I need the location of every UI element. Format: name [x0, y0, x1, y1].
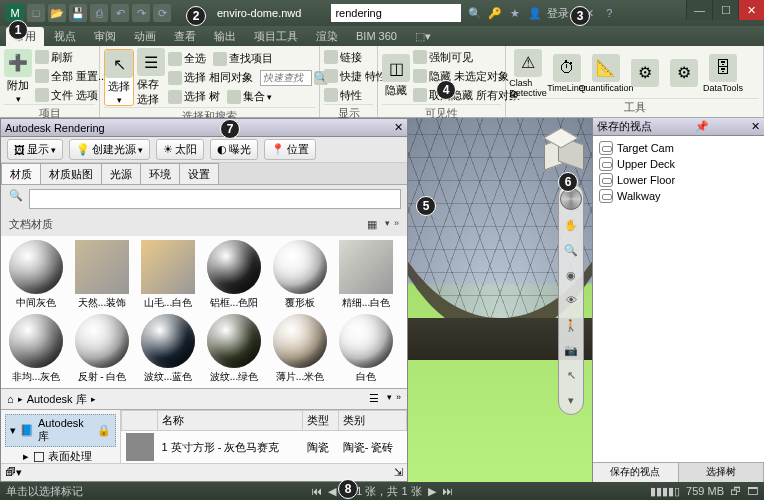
lib-tree-node[interactable]: ▸🞎表面处理	[5, 447, 116, 463]
material-item[interactable]: 白色	[335, 314, 397, 384]
minimize-button[interactable]: —	[686, 0, 712, 20]
key-icon[interactable]: 🔑	[487, 5, 503, 21]
manage-icon[interactable]: 🗊▾	[5, 466, 22, 479]
close-button[interactable]: ✕	[738, 0, 764, 20]
render-tool-3[interactable]: ◐曝光	[210, 139, 258, 160]
saved-view-item[interactable]: Lower Floor	[597, 172, 760, 188]
material-item[interactable]: 非均...灰色	[5, 314, 67, 384]
render-panel-header[interactable]: Autodesk Rendering ✕	[1, 119, 407, 137]
pan-icon[interactable]: ✋	[561, 215, 581, 235]
last-page-icon[interactable]: ⏭	[442, 485, 453, 497]
orbit-icon[interactable]: ◉	[561, 265, 581, 285]
search-icon[interactable]: 🔍	[467, 5, 483, 21]
saved-view-item[interactable]: Target Cam	[597, 140, 760, 156]
help-icon[interactable]: ?	[601, 5, 617, 21]
render-tool-2[interactable]: ☀太阳	[156, 139, 204, 160]
select-all-icon[interactable]	[168, 52, 182, 66]
select-button[interactable]: ↖选择▾	[104, 49, 134, 106]
material-item[interactable]: 铝框...色阳	[203, 240, 265, 310]
refresh-button[interactable]: 刷新	[35, 48, 107, 66]
hide-button[interactable]: ◫隐藏	[382, 54, 410, 98]
panel-close-icon[interactable]: ✕	[751, 120, 760, 133]
require-button[interactable]: 强制可见	[413, 48, 520, 66]
col-name[interactable]: 名称	[158, 411, 303, 431]
undo-icon[interactable]: ↶	[111, 4, 129, 22]
view-menu-icon[interactable]: ▾	[385, 218, 390, 232]
tab-saved-views[interactable]: 保存的视点	[593, 463, 679, 482]
list-view-icon[interactable]: ☰	[369, 392, 383, 406]
refresh-icon[interactable]: ⟳	[153, 4, 171, 22]
select-same-icon[interactable]	[168, 71, 182, 85]
save-icon[interactable]: 💾	[69, 4, 87, 22]
selection-tree-icon[interactable]	[168, 90, 182, 104]
more-icon[interactable]: ▾	[561, 390, 581, 410]
tool-button[interactable]: 📐Quantification	[588, 54, 624, 93]
material-item[interactable]: 波纹...绿色	[203, 314, 265, 384]
menu-tab[interactable]: 动画	[126, 27, 164, 46]
col-category[interactable]: 类别	[339, 411, 407, 431]
camera-icon[interactable]: 📷	[561, 340, 581, 360]
material-item[interactable]: 天然...装饰	[71, 240, 133, 310]
material-item[interactable]: 薄片...米色	[269, 314, 331, 384]
render-tool-4[interactable]: 📍位置	[264, 139, 316, 160]
select-icon[interactable]: ↖	[561, 365, 581, 385]
crumb-item[interactable]: Autodesk 库	[27, 392, 87, 407]
status-icon[interactable]: 🗗	[730, 485, 741, 497]
next-page-icon[interactable]: ▶	[428, 485, 436, 498]
tool-button[interactable]: ⚙	[627, 59, 663, 88]
col-type[interactable]: 类型	[303, 411, 339, 431]
menu-tab[interactable]: 视点	[46, 27, 84, 46]
star-icon[interactable]: ★	[507, 5, 523, 21]
prev-page-icon[interactable]: ◀	[328, 485, 336, 498]
menu-tab[interactable]: 项目工具	[246, 27, 306, 46]
material-item[interactable]: 覆形板	[269, 240, 331, 310]
find-items-icon[interactable]	[213, 52, 227, 66]
render-tab[interactable]: 光源	[101, 163, 141, 184]
pin-icon[interactable]: 📌	[695, 120, 709, 133]
file-options-button[interactable]: 文件 选项	[35, 86, 107, 104]
zoom-icon[interactable]: 🔍	[561, 240, 581, 260]
search-icon[interactable]: 🔍	[7, 189, 25, 209]
view-cube[interactable]	[544, 132, 584, 172]
tab-selection-tree[interactable]: 选择树	[679, 463, 765, 482]
walk-icon[interactable]: 🚶	[561, 315, 581, 335]
maximize-button[interactable]: ☐	[712, 0, 738, 20]
material-item[interactable]: 山毛...白色	[137, 240, 199, 310]
menu-tab[interactable]: 审阅	[86, 27, 124, 46]
unhide-all-button[interactable]: 取消隐藏 所有对象	[413, 86, 520, 104]
attach-button[interactable]: ➕附加▾	[4, 49, 32, 104]
lib-root-node[interactable]: ▾📘Autodesk 库🔒	[5, 414, 116, 447]
render-tab[interactable]: 设置	[179, 163, 219, 184]
render-tool-1[interactable]: 💡创建光源▾	[69, 139, 150, 160]
render-tool-0[interactable]: 🖼显示▾	[7, 139, 63, 160]
redo-icon[interactable]: ↷	[132, 4, 150, 22]
tool-button[interactable]: ⚠Clash Detective	[510, 49, 546, 98]
render-tab[interactable]: 材质	[1, 163, 41, 184]
panel-expand-icon[interactable]: ⇲	[394, 466, 403, 479]
save-selection-button[interactable]: ☰保存选择	[137, 48, 165, 107]
print-icon[interactable]: ⎙	[90, 4, 108, 22]
open-icon[interactable]: 📂	[48, 4, 66, 22]
status-icon[interactable]: 🗖	[747, 485, 758, 497]
quick-find-input[interactable]	[260, 70, 312, 86]
tool-button[interactable]: 🗄DataTools	[705, 54, 741, 93]
expand-icon[interactable]: »	[396, 392, 401, 406]
material-item[interactable]: 精细...白色	[335, 240, 397, 310]
saved-view-item[interactable]: Upper Deck	[597, 156, 760, 172]
login-link[interactable]: 登录	[547, 6, 569, 21]
hide-unselected-button[interactable]: 隐藏 未选定对象	[413, 67, 520, 85]
new-icon[interactable]: □	[27, 4, 45, 22]
menu-tab[interactable]: 查看	[166, 27, 204, 46]
saved-views-header[interactable]: 保存的视点 📌 ✕	[593, 118, 764, 136]
material-item[interactable]: 波纹...蓝色	[137, 314, 199, 384]
menu-tab[interactable]: 渲染	[308, 27, 346, 46]
material-item[interactable]: 中间灰色	[5, 240, 67, 310]
tool-button[interactable]: ⚙	[666, 59, 702, 88]
expand-icon[interactable]: »	[394, 218, 399, 232]
lib-row[interactable]: 1 英寸方形 - 灰色马赛克陶瓷陶瓷- 瓷砖	[122, 431, 407, 464]
reset-all-button[interactable]: 全部 重置...	[35, 67, 107, 85]
home-icon[interactable]: ⌂	[7, 393, 14, 405]
first-page-icon[interactable]: ⏮	[311, 485, 322, 497]
panel-close-icon[interactable]: ✕	[394, 121, 403, 134]
saved-view-item[interactable]: Walkway	[597, 188, 760, 204]
